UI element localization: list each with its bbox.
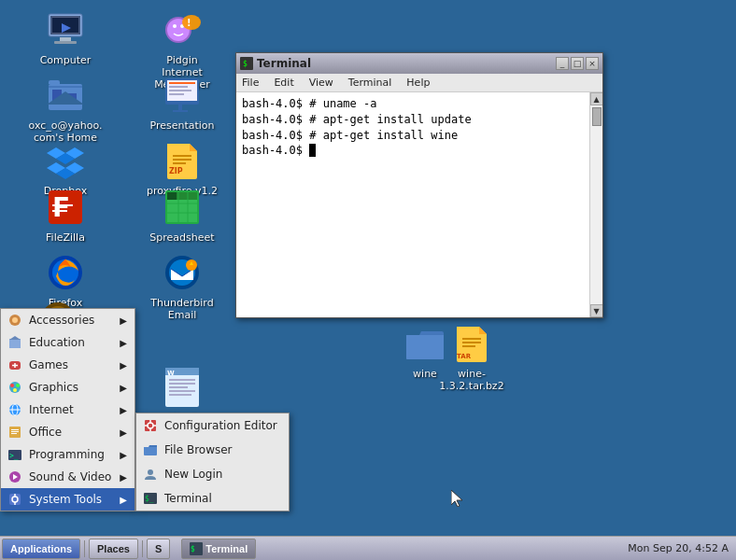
wine-file-icon: TAR	[449, 321, 494, 366]
config-editor-icon	[142, 417, 159, 434]
svg-text:TAR: TAR	[457, 353, 472, 360]
mouse-cursor	[451, 490, 462, 507]
taskbar: Applications Places S $ Terminal Mon Sep…	[0, 536, 736, 560]
svg-rect-63	[169, 379, 195, 381]
svg-marker-81	[9, 336, 21, 340]
terminal-close-btn[interactable]: ×	[586, 57, 599, 70]
scroll-down-arrow[interactable]: ▼	[590, 304, 603, 317]
taskbar-terminal-icon: $	[190, 542, 203, 555]
system-tools-icon	[7, 491, 23, 508]
svg-text:$_: $_	[145, 495, 154, 503]
terminal-content: bash-4.0$ # uname -a bash-4.0$ # apt-get…	[236, 92, 602, 317]
menu-item-sound-video[interactable]: Sound & Video ▶	[1, 466, 134, 488]
submenu-terminal[interactable]: $_ Terminal	[136, 486, 289, 511]
svg-rect-3	[54, 41, 77, 44]
internet-icon	[7, 401, 23, 418]
svg-marker-113	[451, 490, 462, 507]
menu-item-system-tools[interactable]: System Tools ▶	[1, 488, 134, 511]
terminal-menu-help[interactable]: Help	[404, 77, 432, 89]
office-icon	[7, 424, 23, 441]
menu-item-education[interactable]: Education ▶	[1, 331, 134, 354]
education-icon	[7, 334, 23, 351]
desktop-icon-filezilla[interactable]: F FileZilla	[28, 185, 103, 244]
svg-rect-65	[169, 386, 188, 388]
terminal-scrollbar: ▲ ▼	[589, 92, 602, 317]
scroll-thumb[interactable]	[592, 107, 602, 126]
sound-video-arrow: ▶	[120, 472, 127, 483]
terminal-minimize-btn[interactable]: _	[556, 57, 569, 70]
svg-text:>_: >_	[9, 452, 19, 460]
svg-rect-64	[169, 383, 195, 385]
submenu-config-editor[interactable]: Configuration Editor	[136, 413, 289, 438]
terminal-line-1: bash-4.0$ # uname -a	[242, 96, 584, 112]
terminal-maximize-btn[interactable]: □	[571, 57, 584, 70]
svg-point-110	[148, 469, 153, 475]
dropbox-icon	[43, 138, 88, 183]
desktop-icon-thunderbird[interactable]: Thunderbird Email	[145, 250, 219, 321]
menu-item-programming[interactable]: >_ Programming ▶	[1, 443, 134, 466]
games-icon	[7, 357, 23, 373]
terminal-window: $ Terminal _ □ × File Edit View Terminal…	[235, 52, 603, 318]
menu-item-games[interactable]: Games ▶	[1, 354, 134, 376]
presentation-icon	[160, 73, 205, 118]
taskbar-places-button[interactable]: Places	[89, 539, 138, 559]
submenu-file-browser[interactable]: File Browser	[136, 438, 289, 462]
programming-arrow: ▶	[120, 450, 127, 460]
system-tools-arrow: ▶	[120, 495, 127, 505]
terminal-menu-file[interactable]: File	[240, 77, 261, 89]
terminal-menu-terminal[interactable]: Terminal	[347, 77, 394, 89]
accessories-icon	[7, 312, 23, 329]
svg-rect-67	[169, 394, 191, 396]
desktop-icon-wine-file[interactable]: TAR wine-1.3.2.tar.bz2	[434, 321, 509, 392]
svg-text:F: F	[52, 192, 70, 223]
taskbar-system-button[interactable]: S	[147, 539, 170, 559]
terminal-titlebar: $ Terminal _ □ ×	[236, 53, 602, 74]
svg-rect-93	[11, 429, 19, 430]
desktop-icon-spreadsheet[interactable]: Spreadsheet	[145, 185, 219, 244]
menu-item-graphics[interactable]: Graphics ▶	[1, 376, 134, 399]
thunderbird-label: Thunderbird Email	[145, 297, 219, 321]
desktop-icon-computer[interactable]: Computer	[28, 7, 103, 66]
taskbar-divider2	[142, 540, 143, 557]
scroll-up-arrow[interactable]: ▲	[590, 92, 603, 105]
wine-file-label: wine-1.3.2.tar.bz2	[434, 368, 509, 392]
internet-arrow: ▶	[120, 405, 127, 415]
file-browser-icon	[142, 441, 159, 458]
taskbar-apps-button[interactable]: Applications	[2, 539, 80, 559]
terminal-line-3: bash-4.0$ # apt-get install wine	[242, 128, 584, 144]
firefox-icon	[43, 250, 88, 295]
desktop-icon-home[interactable]: oxc_o@yahoo.com's Home	[28, 73, 103, 144]
desktop-icon-presentation[interactable]: Presentation	[145, 73, 219, 132]
programming-icon: >_	[7, 446, 23, 463]
svg-text:$: $	[243, 60, 248, 68]
terminal-menu-edit[interactable]: Edit	[272, 77, 295, 89]
terminal-menu-view[interactable]: View	[307, 77, 335, 89]
svg-text:$: $	[191, 545, 195, 553]
svg-rect-2	[60, 37, 71, 41]
svg-text:W: W	[167, 370, 175, 377]
thunderbird-icon	[160, 250, 205, 295]
word-processor-icon: W	[160, 364, 205, 409]
desktop: Computer ! Pidgin Internet Messenger	[0, 0, 736, 536]
filezilla-icon: F	[43, 185, 88, 230]
svg-rect-66	[169, 390, 195, 392]
scroll-track	[590, 105, 602, 304]
presentation-label: Presentation	[149, 119, 214, 132]
svg-rect-20	[169, 82, 195, 84]
terminal-line-2: bash-4.0$ # apt-get install update	[242, 112, 584, 128]
terminal-text-area[interactable]: bash-4.0$ # uname -a bash-4.0$ # apt-get…	[236, 92, 589, 317]
apps-menu: Accessories ▶ Education ▶ Games ▶ Graphi…	[0, 308, 135, 511]
terminal-menubar: File Edit View Terminal Help	[236, 74, 602, 92]
menu-item-internet[interactable]: Internet ▶	[1, 399, 134, 421]
svg-rect-21	[169, 86, 188, 88]
svg-rect-58	[462, 342, 481, 343]
menu-item-office[interactable]: Office ▶	[1, 421, 134, 443]
svg-text:!: !	[187, 18, 191, 28]
svg-rect-14	[49, 86, 82, 88]
menu-item-accessories[interactable]: Accessories ▶	[1, 309, 134, 331]
office-arrow: ▶	[120, 427, 127, 438]
taskbar-time: Mon Sep 20, 4:52 A	[620, 542, 736, 554]
accessories-arrow: ▶	[120, 315, 127, 326]
submenu-new-login[interactable]: New Login	[136, 462, 289, 486]
taskbar-terminal-button[interactable]: $ Terminal	[181, 539, 256, 559]
